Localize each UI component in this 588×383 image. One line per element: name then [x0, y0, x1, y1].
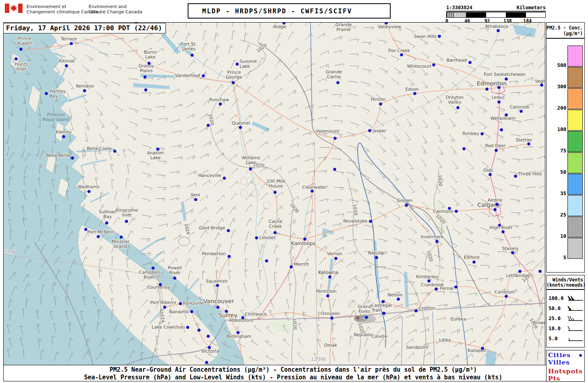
eccc-firework-map-page: { "header": { "agency_fr_line1": "Enviro… — [0, 0, 588, 383]
pm25-legend-row: 75 — [547, 131, 584, 152]
city-label: BurnsLake — [144, 50, 157, 60]
city-dot — [105, 221, 108, 225]
city-label: Bella Bella — [46, 153, 69, 158]
pm25-color-swatch — [567, 152, 583, 173]
city-dot — [14, 57, 18, 60]
wind-barb-icon — [567, 315, 584, 322]
city-dot — [156, 148, 159, 151]
city-dot — [435, 287, 438, 291]
city-label: Valleyview — [378, 24, 401, 29]
city-label: Osoyoos — [321, 311, 340, 316]
city-dot — [202, 74, 205, 77]
city-label: Valemount — [316, 129, 340, 134]
city-dot — [249, 167, 252, 171]
city-dot — [70, 42, 73, 45]
city-dot — [311, 189, 314, 193]
agency-name-en: Environment andClimate Change Canada — [89, 4, 142, 15]
city-label: Courtenay — [147, 285, 170, 290]
pm25-legend-row: 200 — [547, 88, 584, 109]
wind-legend-row: 10.0 — [547, 324, 584, 333]
wind-speed-value: 50.0 — [549, 305, 561, 311]
city-dot — [120, 235, 123, 239]
city-dot — [186, 326, 189, 329]
pm25-threshold-value: 100 — [557, 126, 566, 132]
cities-label-fr: Villes — [548, 359, 570, 366]
hotspots-label-fr: Pts chauds — [548, 375, 583, 383]
city-label: Nelson — [387, 292, 403, 298]
pm25-legend-row: 25 — [547, 195, 584, 216]
city-dot — [232, 81, 235, 84]
scale-segment — [506, 12, 526, 17]
city-dot — [454, 285, 458, 289]
city-label: Camrose — [510, 104, 530, 110]
city-dot — [45, 92, 48, 95]
scale-ratio: 1:3303824 — [446, 5, 472, 10]
city-label: Terrace — [60, 36, 77, 42]
page-header: Environnement etChangement climatique Ca… — [0, 0, 588, 22]
city-dot — [505, 113, 508, 117]
wind-barb-icon — [567, 325, 584, 332]
city-dot — [241, 316, 244, 319]
pm25-color-swatch — [567, 238, 583, 259]
city-dot — [520, 110, 523, 113]
city-dot — [400, 53, 403, 56]
city-label: PrinceRupert — [17, 36, 32, 46]
city-dot — [438, 35, 441, 38]
city-dot — [19, 48, 23, 51]
city-label: Merritt — [294, 262, 309, 267]
graticule-label: 120W — [311, 356, 326, 362]
wind-legend-row: 5.0 — [547, 334, 584, 343]
wind-barb-icon — [567, 295, 584, 302]
city-dot — [173, 277, 176, 280]
city-dot — [216, 284, 219, 287]
city-dot — [147, 62, 151, 65]
city-label: Lethbridge — [506, 273, 530, 278]
city-label: HuntsInlet — [15, 62, 28, 72]
pm25-threshold-value: 75 — [560, 148, 566, 154]
city-label: Rimbey — [462, 131, 479, 136]
city-dot — [334, 257, 337, 260]
cities-label-en: Cities — [548, 352, 571, 359]
city-label: Vanderhoof — [175, 73, 201, 78]
pm25-threshold-value: 10 — [560, 233, 566, 239]
city-dot — [207, 124, 210, 127]
city-label: High River — [489, 225, 513, 230]
city-dot — [227, 229, 230, 232]
city-label: Eureka — [451, 316, 466, 322]
city-label: PrinceGeorge — [226, 70, 242, 80]
city-dot — [255, 236, 258, 239]
city-dot — [163, 306, 166, 309]
city-dot — [382, 312, 385, 315]
city-label: Whitecourt — [407, 64, 431, 69]
pm25-color-swatch — [567, 46, 583, 67]
city-label: Nanaimo — [169, 309, 189, 314]
city-dot — [397, 298, 400, 301]
city-label: Edson — [405, 87, 418, 92]
city-dot — [197, 329, 201, 332]
city-label: Olds — [483, 168, 493, 173]
city-dot — [208, 346, 211, 349]
pm25-color-swatch — [567, 110, 583, 131]
city-dot — [489, 173, 492, 176]
product-title: MLDP - HRDPS/SHRPD - CWFIS/SCIFV — [188, 7, 352, 15]
city-label: Colville — [371, 334, 387, 339]
city-dot — [113, 150, 116, 153]
wind-legend-row: 50.0 — [547, 304, 584, 313]
city-label: Punchaw — [209, 97, 229, 102]
city-dot — [223, 177, 226, 180]
pm25-legend-row: 100 — [547, 109, 584, 131]
city-dot-icon — [579, 354, 582, 357]
city-dot — [511, 251, 514, 254]
graticule-label: 50N — [4, 249, 15, 255]
city-label: Fox Creek — [388, 48, 410, 53]
city-label: Leduc — [492, 95, 505, 100]
pm25-legend-row: 35 — [547, 173, 584, 195]
winds-legend: Winds/Vents (knots/noeuds) 100.050.025.0… — [546, 275, 585, 348]
hotspots-label-en: Hotspots — [548, 368, 583, 375]
city-label: Port Alberni — [150, 300, 176, 305]
hotspot-marker — [357, 317, 359, 319]
city-dot — [413, 92, 416, 95]
city-dot — [97, 235, 100, 238]
isobar-label: 1020 — [437, 175, 443, 186]
city-label: Libby — [439, 337, 451, 343]
